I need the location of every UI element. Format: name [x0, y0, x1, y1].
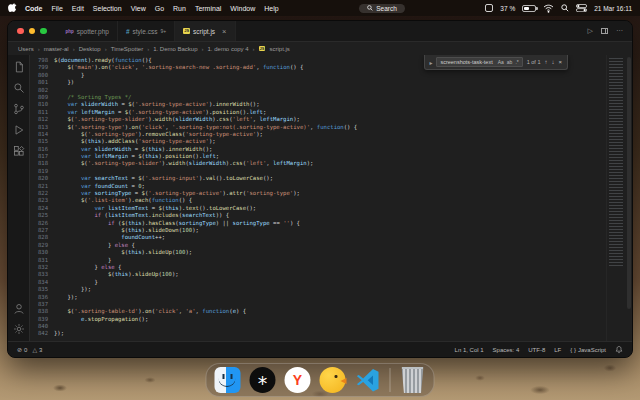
code-line[interactable]: 830 $(this).slideUp(100); — [30, 249, 606, 256]
code-line[interactable]: 835 }); — [30, 286, 606, 293]
more-actions-icon[interactable]: ⋯ — [616, 27, 623, 35]
code-line[interactable]: 837 — [30, 301, 606, 308]
toggle-replace-chevron-icon[interactable]: ▸ — [429, 59, 432, 66]
statusbar-language[interactable]: { } JavaScript — [570, 347, 606, 353]
tab-script.js[interactable]: JSscript.js× — [175, 21, 235, 41]
search-menubar-icon[interactable] — [561, 4, 569, 12]
find-input[interactable]: screenshots-task-text Aaab.* — [436, 57, 522, 67]
menu-help[interactable]: Help — [264, 5, 278, 12]
breadcrumb-item[interactable]: Users — [18, 46, 34, 52]
code-line[interactable]: 823 $('.list-item').each(function() { — [30, 197, 606, 204]
menu-run[interactable]: Run — [173, 5, 186, 12]
menu-selection[interactable]: Selection — [93, 5, 122, 12]
menu-window[interactable]: Window — [230, 5, 255, 12]
split-editor-icon[interactable] — [601, 28, 608, 34]
close-icon[interactable]: × — [558, 59, 562, 65]
code-line[interactable]: 838 $('.sorting-table-td').on('click', '… — [30, 308, 606, 315]
code-line[interactable]: 824 var listItemText = $(this).text().to… — [30, 205, 606, 212]
menu-edit[interactable]: Edit — [72, 5, 84, 12]
code-line[interactable]: 827 $(this).slideDown(100); — [30, 227, 606, 234]
code-line[interactable]: 802 — [30, 87, 606, 94]
breadcrumb-item[interactable]: Desktop — [79, 46, 101, 52]
match-case-icon[interactable]: Aa — [498, 59, 504, 65]
code-line[interactable]: 836 }); — [30, 294, 606, 301]
close-window-button[interactable] — [17, 28, 24, 35]
code-line[interactable]: 810 var sliderWidth = $('.sorting-type-a… — [30, 101, 606, 108]
breadcrumb-item[interactable]: 1. Demo Backup — [153, 46, 197, 52]
minimap[interactable] — [606, 55, 632, 341]
source-control-icon[interactable] — [13, 103, 25, 115]
code-line[interactable]: 813 $('.sorting-type').on('click', '.sor… — [30, 124, 606, 131]
close-tab-icon[interactable]: × — [222, 27, 226, 36]
menu-view[interactable]: View — [131, 5, 146, 12]
menu-file[interactable]: File — [52, 5, 63, 12]
code-line[interactable]: 834 } — [30, 279, 606, 286]
explorer-icon[interactable] — [13, 61, 25, 73]
code-line[interactable]: 825 if (listItemText.includes(searchText… — [30, 212, 606, 219]
menu-go[interactable]: Go — [155, 5, 164, 12]
yandex-browser-dock-icon[interactable]: Y — [285, 367, 311, 393]
whole-word-icon[interactable]: ab — [507, 59, 513, 65]
tab-style.css[interactable]: #style.css9+ — [118, 21, 175, 41]
menubar-clock[interactable]: 21 Mar 16:11 — [594, 5, 632, 12]
code-line[interactable]: 814 $('.sorting-type').removeClass('sort… — [30, 131, 606, 138]
finder-dock-icon[interactable] — [215, 367, 241, 393]
menu-terminal[interactable]: Terminal — [195, 5, 221, 12]
chatgpt-dock-icon[interactable]: * — [250, 367, 276, 393]
code-line[interactable]: 817 var leftMargin = $(this).position().… — [30, 153, 606, 160]
code-editor[interactable]: ▸ screenshots-task-text Aaab.* 1 of 1 ↑↓… — [30, 55, 606, 341]
code-line[interactable]: 818 $('.sorting-type-slider').width(slid… — [30, 160, 606, 167]
spotlight-search[interactable]: Search — [359, 4, 405, 13]
menubar-extra-icon[interactable] — [485, 4, 493, 12]
code-line[interactable]: 800 } — [30, 72, 606, 79]
vscode-dock-icon[interactable] — [355, 367, 381, 393]
code-line[interactable]: 819 — [30, 168, 606, 175]
code-line[interactable]: 816 var sliderWidth = $(this).innerWidth… — [30, 146, 606, 153]
code-line[interactable]: 831 } — [30, 257, 606, 264]
control-center-icon[interactable] — [576, 4, 587, 12]
breadcrumb-item[interactable]: script.js — [269, 46, 289, 52]
settings-icon[interactable] — [13, 323, 25, 335]
code-line[interactable]: 809 /* Sorting Types */ — [30, 94, 606, 101]
code-line[interactable]: 821 var foundCount = 0; — [30, 183, 606, 190]
code-line[interactable]: 812 $('.sorting-type-slider').width(slid… — [30, 116, 606, 123]
code-line[interactable]: 822 var sortingType = $('.sorting-type-a… — [30, 190, 606, 197]
code-line[interactable]: 815 $(this).addClass('sorting-type-activ… — [30, 138, 606, 145]
cyberduck-dock-icon[interactable] — [320, 367, 346, 393]
code-line[interactable]: 832 } else { — [30, 264, 606, 271]
code-line[interactable]: 842}); — [30, 330, 606, 337]
tab-spotter.php[interactable]: phpspotter.php — [58, 21, 118, 41]
statusbar-problems[interactable]: ⊘ 0 △ 3 — [17, 346, 42, 353]
extensions-icon[interactable] — [13, 145, 25, 157]
minimize-window-button[interactable] — [29, 28, 36, 35]
search-icon[interactable] — [13, 82, 25, 94]
statusbar-item[interactable]: Ln 1, Col 1 — [455, 347, 484, 353]
code-line[interactable]: 828 foundCount++; — [30, 234, 606, 241]
statusbar-item[interactable]: UTF-8 — [528, 347, 545, 353]
notifications-bell-icon[interactable] — [615, 345, 623, 354]
statusbar-item[interactable]: LF — [554, 347, 561, 353]
code-line[interactable]: 840 — [30, 323, 606, 330]
code-line[interactable]: 820 var searchText = $('.sorting-input')… — [30, 175, 606, 182]
breadcrumb-item[interactable]: 1. demo copy 4 — [208, 46, 249, 52]
code-line[interactable]: 826 if ($(this).hasClass(sortingType) ||… — [30, 220, 606, 227]
code-line[interactable]: 829 } else { — [30, 242, 606, 249]
regex-icon[interactable]: .* — [515, 59, 518, 65]
run-icon[interactable]: ▷ — [588, 27, 593, 35]
breadcrumb-item[interactable]: TimeSpotter — [111, 46, 143, 52]
run-and-debug-icon[interactable] — [13, 124, 25, 136]
code-line[interactable]: 833 $(this).slideUp(100); — [30, 271, 606, 278]
arrow-up-icon[interactable]: ↑ — [544, 59, 547, 65]
code-line[interactable]: 801 }) — [30, 79, 606, 86]
menu-code[interactable]: Code — [25, 5, 43, 12]
breadcrumb-item[interactable]: master-al — [44, 46, 69, 52]
statusbar-item[interactable]: Spaces: 4 — [493, 347, 520, 353]
arrow-down-icon[interactable]: ↓ — [551, 59, 554, 65]
accounts-icon[interactable] — [13, 303, 25, 315]
wifi-icon[interactable] — [543, 4, 554, 13]
zoom-window-button[interactable] — [40, 28, 47, 35]
apple-menu-icon[interactable] — [8, 3, 17, 14]
battery-icon[interactable] — [522, 5, 536, 12]
code-line[interactable]: 839 e.stopPropagation(); — [30, 316, 606, 323]
trash-dock-icon[interactable] — [400, 367, 426, 393]
